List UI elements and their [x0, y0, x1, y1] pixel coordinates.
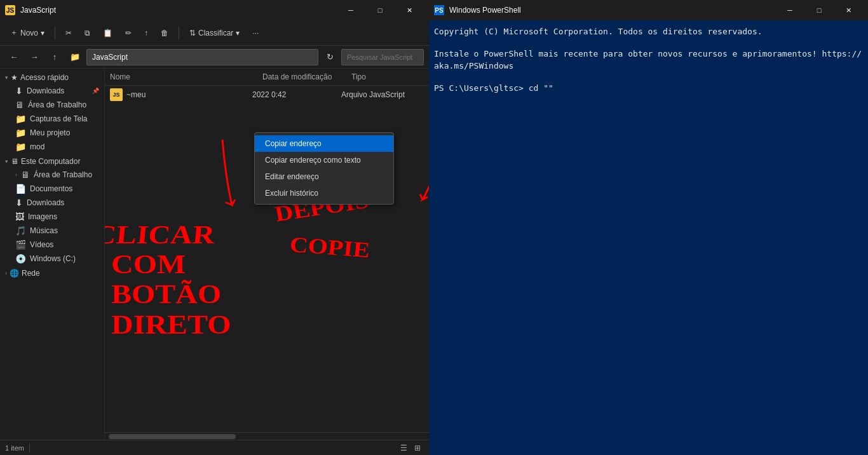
- ps-minimize-button[interactable]: ─: [775, 0, 804, 20]
- ps-maximize-button[interactable]: □: [804, 0, 834, 20]
- up-button[interactable]: ↑: [46, 48, 64, 66]
- network-section: › 🌐 Rede: [0, 267, 104, 280]
- sidebar-item-documents-label: Documentos: [30, 184, 72, 193]
- sort-button[interactable]: ⇅ Classificar ▾: [184, 26, 245, 40]
- explorer-maximize-button[interactable]: □: [365, 0, 395, 20]
- quick-access-label: Acesso rápido: [20, 73, 69, 82]
- sidebar-item-desktop[interactable]: 🖥 Área de Trabalho: [0, 98, 104, 112]
- explorer-title: JavaScript: [20, 6, 331, 15]
- context-menu-item-delete-history[interactable]: Excluir histórico: [255, 185, 393, 201]
- sidebar-item-documents[interactable]: 📄 Documentos: [0, 182, 104, 196]
- toolbar-sep-1: [55, 27, 55, 39]
- downloads2-icon: ⬇: [15, 198, 23, 208]
- myproject-folder-icon: 📁: [15, 128, 26, 138]
- search-input[interactable]: [341, 49, 424, 65]
- ps-line-3: PS C:\Users\gltsc> cd "": [434, 82, 863, 95]
- col-header-date[interactable]: Data de modificação: [257, 70, 346, 84]
- col-header-type[interactable]: Tipo: [346, 70, 429, 84]
- cut-icon: ✂: [65, 29, 72, 37]
- address-input[interactable]: [86, 49, 318, 65]
- images-icon: 🖼: [15, 212, 24, 222]
- sidebar-item-videos-label: Vídeos: [30, 240, 53, 249]
- sort-chevron-icon: ▾: [236, 29, 240, 37]
- network-chevron: ›: [5, 270, 7, 276]
- context-menu-item-edit-address[interactable]: Editar endereço: [255, 168, 393, 185]
- back-button[interactable]: ←: [5, 48, 23, 66]
- sidebar-item-mod-label: mod: [30, 142, 44, 151]
- pin-icon: 📌: [92, 88, 99, 94]
- more-button[interactable]: ···: [247, 26, 264, 40]
- refresh-button[interactable]: ↻: [321, 48, 339, 66]
- paste-button[interactable]: 📋: [98, 26, 118, 40]
- sidebar-item-downloads-label: Downloads: [27, 86, 64, 95]
- table-row[interactable]: JS ~meu 2022 0:42 Arquivo JavaScript: [105, 86, 429, 104]
- explorer-window: JS JavaScript ─ □ ✕ ＋ Novo ▾ ✂ ⧉ 📋 ✏ ↑: [0, 0, 429, 455]
- quick-access-section: ▾ ★ Acesso rápido ⬇ Downloads 📌 🖥 Área d…: [0, 71, 104, 154]
- scrollbar-thumb[interactable]: [109, 434, 236, 439]
- sidebar-item-music-label: Músicas: [30, 226, 58, 235]
- sidebar-item-desktop2[interactable]: › 🖥 Área de Trabalho: [0, 168, 104, 182]
- documents-icon: 📄: [15, 184, 26, 194]
- network-icon: 🌐: [10, 269, 19, 278]
- rename-button[interactable]: ✏: [120, 26, 137, 40]
- sidebar-item-captures-label: Capturas de Tela: [30, 114, 88, 123]
- sidebar-item-myproject-label: Meu projeto: [30, 128, 70, 137]
- explorer-minimize-button[interactable]: ─: [336, 0, 365, 20]
- explorer-close-button[interactable]: ✕: [395, 0, 424, 20]
- parent-folder-button[interactable]: 📁: [66, 48, 84, 66]
- context-menu-item-copy-address[interactable]: Copiar endereço: [255, 135, 393, 152]
- delete-button[interactable]: 🗑: [156, 26, 173, 40]
- item-count: 1 item: [5, 444, 24, 452]
- sidebar-item-downloads2[interactable]: ⬇ Downloads: [0, 196, 104, 210]
- rename-icon: ✏: [125, 29, 132, 37]
- status-view-icons: ☰ ⊞: [397, 442, 424, 454]
- status-bar: 1 item ☰ ⊞: [0, 440, 429, 455]
- paste-icon: 📋: [103, 29, 112, 37]
- ps-line-1: Copyright (C) Microsoft Corporation. Tod…: [434, 25, 863, 38]
- sidebar-item-downloads[interactable]: ⬇ Downloads 📌: [0, 84, 104, 98]
- sidebar-item-images-label: Imagens: [28, 212, 57, 221]
- col-header-name[interactable]: Nome: [105, 70, 257, 84]
- sidebar-item-myproject[interactable]: 📁 Meu projeto: [0, 126, 104, 140]
- new-chevron-icon: ▾: [41, 29, 44, 37]
- delete-icon: 🗑: [161, 29, 168, 37]
- music-icon: 🎵: [15, 226, 26, 236]
- quick-access-chevron: ▾: [5, 74, 8, 81]
- sidebar: ▾ ★ Acesso rápido ⬇ Downloads 📌 🖥 Área d…: [0, 69, 105, 440]
- captures-folder-icon: 📁: [15, 114, 26, 124]
- column-headers: Nome Data de modificação Tipo: [105, 69, 429, 86]
- quick-access-header[interactable]: ▾ ★ Acesso rápido: [0, 71, 104, 84]
- grid-view-button[interactable]: ⊞: [411, 442, 424, 454]
- list-view-button[interactable]: ☰: [397, 442, 410, 454]
- share-button[interactable]: ↑: [139, 26, 153, 40]
- sidebar-item-images[interactable]: 🖼 Imagens: [0, 210, 104, 224]
- copy-button[interactable]: ⧉: [79, 26, 95, 40]
- context-menu-item-copy-address-text[interactable]: Copiar endereço como texto: [255, 152, 393, 168]
- this-pc-chevron: ▾: [5, 158, 8, 165]
- more-icon: ···: [252, 29, 259, 37]
- cut-button[interactable]: ✂: [60, 26, 77, 40]
- ps-close-button[interactable]: ✕: [834, 0, 863, 20]
- explorer-app-icon: JS: [5, 5, 15, 15]
- network-header[interactable]: › 🌐 Rede: [0, 267, 104, 280]
- explorer-toolbar: ＋ Novo ▾ ✂ ⧉ 📋 ✏ ↑ 🗑 ⇅ Classificar ▾: [0, 20, 429, 46]
- videos-icon: 🎬: [15, 240, 26, 250]
- this-pc-header[interactable]: ▾ 🖥 Este Computador: [0, 155, 104, 168]
- new-button[interactable]: ＋ Novo ▾: [5, 25, 50, 41]
- share-icon: ↑: [144, 29, 148, 37]
- sidebar-item-desktop2-label: Área de Trabalho: [34, 170, 92, 179]
- forward-button[interactable]: →: [25, 48, 43, 66]
- ps-title: Windows PowerShell: [449, 6, 770, 15]
- sidebar-item-mod[interactable]: 📁 mod: [0, 140, 104, 154]
- sidebar-item-windows-c[interactable]: 💿 Windows (C:): [0, 252, 104, 266]
- horizontal-scrollbar[interactable]: [105, 432, 429, 440]
- sidebar-item-music[interactable]: 🎵 Músicas: [0, 224, 104, 238]
- content-area: Nome Data de modificação Tipo JS ~meu 20…: [105, 69, 429, 440]
- plus-icon: ＋: [10, 27, 18, 38]
- sidebar-item-windows-c-label: Windows (C:): [30, 254, 76, 263]
- file-date: 2022 0:42: [252, 90, 341, 99]
- sidebar-item-captures[interactable]: 📁 Capturas de Tela: [0, 112, 104, 126]
- copy-icon: ⧉: [85, 29, 90, 37]
- sidebar-item-videos[interactable]: 🎬 Vídeos: [0, 238, 104, 252]
- status-sep: [29, 444, 30, 452]
